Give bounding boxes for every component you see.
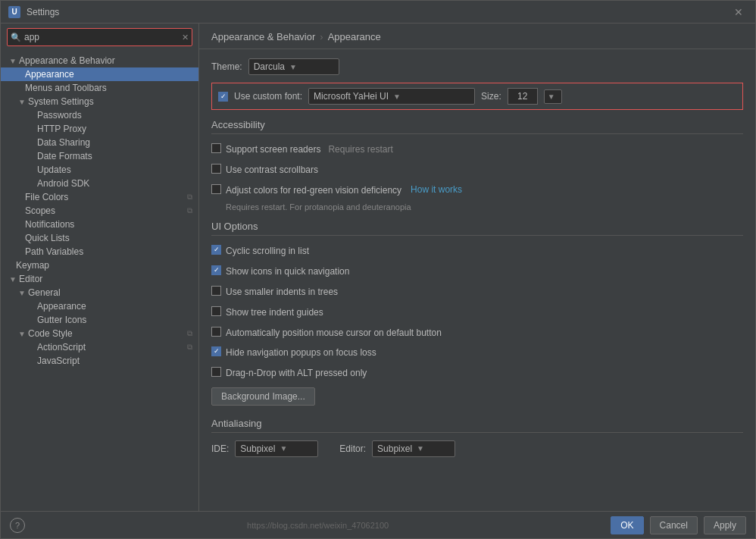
sidebar-item-gutter-icons[interactable]: Gutter Icons xyxy=(1,313,198,327)
cancel-button[interactable]: Cancel xyxy=(650,516,698,534)
sidebar-item-general[interactable]: ▼ General xyxy=(1,286,198,299)
ui-options-section-title: UI Options xyxy=(211,221,743,236)
adjust-colors-checkbox[interactable] xyxy=(211,184,221,194)
sidebar-item-http-proxy[interactable]: HTTP Proxy xyxy=(1,122,198,136)
theme-dropdown[interactable]: Darcula ▼ xyxy=(248,58,339,75)
font-value: Microsoft YaHei UI xyxy=(314,91,389,102)
ok-button[interactable]: OK xyxy=(611,516,643,534)
size-input[interactable] xyxy=(508,88,538,105)
sidebar-item-label: Scopes xyxy=(25,205,55,216)
sidebar-item-label: File Colors xyxy=(25,192,68,202)
size-dropdown[interactable]: ▼ xyxy=(544,89,562,104)
cyclic-scrolling-row: Cyclic scrolling in list xyxy=(211,243,743,259)
chevron-down-icon: ▼ xyxy=(280,444,287,453)
size-label: Size: xyxy=(481,91,501,102)
help-button[interactable]: ? xyxy=(10,518,25,533)
cyclic-scrolling-checkbox[interactable] xyxy=(211,245,221,255)
sidebar-item-quick-lists[interactable]: Quick Lists xyxy=(1,231,198,245)
sidebar-item-appearance-editor[interactable]: Appearance xyxy=(1,299,198,313)
adjust-colors-subtext: Requires restart. For protanopia and deu… xyxy=(226,202,743,212)
sidebar-item-notifications[interactable]: Notifications xyxy=(1,218,198,231)
url-bar: https://blog.csdn.net/weixin_47062100 xyxy=(247,521,389,530)
show-icons-quick-nav-row: Show icons in quick navigation xyxy=(211,264,743,280)
drag-n-drop-alt-label: Drag-n-Drop with ALT pressed only xyxy=(226,367,367,380)
use-custom-font-label: Use custom font: xyxy=(234,91,302,102)
sidebar-item-label: Gutter Icons xyxy=(37,315,86,325)
smaller-indents-checkbox[interactable] xyxy=(211,286,221,296)
sidebar-item-updates[interactable]: Updates xyxy=(1,163,198,177)
ide-dropdown[interactable]: Subpixel ▼ xyxy=(235,440,318,457)
sidebar-item-passwords[interactable]: Passwords xyxy=(1,108,198,122)
support-screen-readers-row: Support screen readers Requires restart xyxy=(211,142,743,158)
sidebar-item-path-variables[interactable]: Path Variables xyxy=(1,245,198,259)
breadcrumb-item-1[interactable]: Appearance & Behavior xyxy=(211,31,315,42)
search-input[interactable] xyxy=(7,28,192,46)
sidebar-item-label: Date Formats xyxy=(37,151,92,161)
font-dropdown[interactable]: Microsoft YaHei UI ▼ xyxy=(308,88,475,105)
sidebar-item-javascript[interactable]: JavaScript xyxy=(1,354,198,368)
sidebar-item-date-formats[interactable]: Date Formats xyxy=(1,149,198,163)
apply-button[interactable]: Apply xyxy=(704,516,746,534)
sidebar-item-data-sharing[interactable]: Data Sharing xyxy=(1,136,198,149)
chevron-down-icon: ▼ xyxy=(8,275,17,284)
sidebar-item-label: Menus and Toolbars xyxy=(25,83,107,93)
tree-indent-guides-checkbox[interactable] xyxy=(211,306,221,316)
use-custom-font-checkbox[interactable] xyxy=(218,92,228,102)
tree-indent-guides-row: Show tree indent guides xyxy=(211,305,743,321)
sidebar-item-label: Code Style xyxy=(28,328,73,339)
search-clear-icon[interactable]: ✕ xyxy=(182,33,189,42)
copy-icon: ⧉ xyxy=(187,329,192,338)
use-contrast-scrollbars-label: Use contrast scrollbars xyxy=(226,164,318,177)
hide-nav-popups-row: Hide navigation popups on focus loss xyxy=(211,345,743,361)
app-icon: U xyxy=(8,6,20,18)
accessibility-section-title: Accessibility xyxy=(211,119,743,134)
use-contrast-scrollbars-row: Use contrast scrollbars xyxy=(211,162,743,178)
support-screen-readers-checkbox[interactable] xyxy=(211,143,221,153)
how-it-works-link[interactable]: How it works xyxy=(411,184,462,195)
editor-label: Editor: xyxy=(339,443,366,454)
sidebar-item-label: Data Sharing xyxy=(37,137,90,148)
chevron-down-icon: ▼ xyxy=(548,92,555,101)
use-contrast-scrollbars-checkbox[interactable] xyxy=(211,164,221,174)
sidebar-item-menus-toolbars[interactable]: Menus and Toolbars xyxy=(1,81,198,95)
window-title: Settings xyxy=(27,7,729,17)
sidebar-item-label: Notifications xyxy=(25,219,74,230)
cyclic-scrolling-label: Cyclic scrolling in list xyxy=(226,245,309,258)
sidebar-item-label: ActionScript xyxy=(37,342,86,353)
drag-n-drop-alt-checkbox[interactable] xyxy=(211,367,221,377)
theme-label: Theme: xyxy=(211,61,242,72)
hide-nav-popups-label: Hide navigation popups on focus loss xyxy=(226,346,376,359)
sidebar-item-code-style[interactable]: ▼ Code Style ⧉ xyxy=(1,327,198,340)
sidebar-item-scopes[interactable]: Scopes ⧉ xyxy=(1,204,198,218)
ide-value: Subpixel xyxy=(240,443,275,454)
auto-position-cursor-label: Automatically position mouse cursor on d… xyxy=(226,327,442,340)
background-image-button[interactable]: Background Image... xyxy=(211,387,315,406)
sidebar-item-appearance[interactable]: Appearance xyxy=(1,67,198,81)
close-button[interactable]: ✕ xyxy=(729,5,748,20)
search-box: 🔍 ✕ xyxy=(7,28,192,46)
breadcrumb-item-2[interactable]: Appearance xyxy=(328,31,381,42)
smaller-indents-row: Use smaller indents in trees xyxy=(211,284,743,300)
sidebar-item-file-colors[interactable]: File Colors ⧉ xyxy=(1,190,198,204)
sidebar-item-action-script[interactable]: ActionScript ⧉ xyxy=(1,340,198,354)
tree-indent-guides-label: Show tree indent guides xyxy=(226,306,323,319)
sidebar-item-editor[interactable]: ▼ Editor xyxy=(1,272,198,286)
settings-window: U Settings ✕ 🔍 ✕ ▼ Appearance & Behavior… xyxy=(0,0,756,539)
settings-content: Theme: Darcula ▼ Use custom font: Micros… xyxy=(199,49,755,511)
editor-dropdown[interactable]: Subpixel ▼ xyxy=(372,440,455,457)
main-content: 🔍 ✕ ▼ Appearance & Behavior Appearance M… xyxy=(1,24,755,511)
chevron-down-icon: ▼ xyxy=(17,98,27,106)
sidebar-item-label: Appearance & Behavior xyxy=(19,55,115,66)
font-row: Use custom font: Microsoft YaHei UI ▼ Si… xyxy=(211,83,743,110)
sidebar-item-system-settings[interactable]: ▼ System Settings xyxy=(1,95,198,108)
adjust-colors-row: Adjust colors for red-green vision defic… xyxy=(211,183,743,199)
auto-position-cursor-checkbox[interactable] xyxy=(211,327,221,337)
sidebar-item-android-sdk[interactable]: Android SDK xyxy=(1,177,198,190)
sidebar-item-keymap[interactable]: Keymap xyxy=(1,259,198,272)
sidebar-item-appearance-behavior[interactable]: ▼ Appearance & Behavior xyxy=(1,54,198,67)
antialiasing-row: IDE: Subpixel ▼ Editor: Subpixel ▼ xyxy=(211,440,743,457)
background-image-row: Background Image... xyxy=(211,387,743,406)
show-icons-quick-nav-checkbox[interactable] xyxy=(211,265,221,275)
hide-nav-popups-checkbox[interactable] xyxy=(211,346,221,356)
sidebar-item-label: Keymap xyxy=(16,260,49,271)
